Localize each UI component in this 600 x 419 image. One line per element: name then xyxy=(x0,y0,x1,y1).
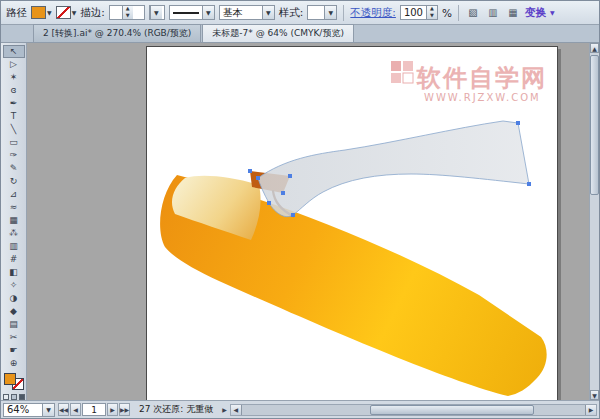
opacity-input[interactable]: 100 ▲▼ xyxy=(400,5,438,20)
chevron-down-icon: ▼ xyxy=(150,6,162,19)
rectangle-tool[interactable]: ▭ xyxy=(3,136,25,149)
tab-document-2[interactable]: 未标题-7* @ 64% (CMYK/预览) xyxy=(202,24,354,42)
illustrator-window: 路径 ▼ ▼ 描边: ▲▼ ▼ ▼ 基本 ▼ 样式: ▼ xyxy=(0,0,600,419)
blend-tool[interactable]: ◑ xyxy=(3,292,25,305)
paintbrush-tool[interactable]: ✑ xyxy=(3,149,25,162)
line-segment-tool[interactable]: ╲ xyxy=(3,123,25,136)
chevron-down-icon: ▼ xyxy=(72,9,77,16)
fill-color-swatch[interactable]: ▼ xyxy=(31,6,52,19)
live-paint-selection-tool[interactable]: ▤ xyxy=(3,318,25,331)
artwork-svg: 软件自学网 WWW.RJZXW.COM xyxy=(147,47,559,400)
free-transform-tool[interactable]: ▦ xyxy=(3,214,25,227)
last-page-button[interactable]: ▶▶ xyxy=(119,403,130,416)
watermark-logo-tile xyxy=(403,61,413,71)
artboard-navigation: ◀◀ ◀ 1 ▶ ▶▶ xyxy=(58,403,130,416)
horizontal-scroll-thumb[interactable] xyxy=(370,405,534,415)
fill-stroke-indicator xyxy=(4,373,24,390)
chevron-down-icon: ▼ xyxy=(202,6,214,19)
pen-tool[interactable]: ✒ xyxy=(3,97,25,110)
recolor-artwork-icon[interactable]: ▧ xyxy=(465,5,481,21)
separator xyxy=(343,5,344,21)
selection-type-label: 路径 xyxy=(6,6,27,20)
rotate-tool[interactable]: ↻ xyxy=(3,175,25,188)
watermark-logo-tile xyxy=(403,73,413,83)
fill-color-indicator[interactable] xyxy=(4,373,16,385)
first-page-button[interactable]: ◀◀ xyxy=(58,403,69,416)
stroke-weight-label: 描边: xyxy=(80,6,105,20)
watermark: 软件自学网 WWW.RJZXW.COM xyxy=(391,61,547,103)
chevron-down-icon: ▼ xyxy=(550,9,555,16)
scroll-right-arrow-icon[interactable]: ▶ xyxy=(585,405,596,415)
stroke-options-dropdown[interactable]: ▼ xyxy=(149,5,165,20)
mesh-tool[interactable]: # xyxy=(3,253,25,266)
watermark-url: WWW.RJZXW.COM xyxy=(424,92,541,103)
document-grid-icon[interactable]: ▦ xyxy=(505,5,521,21)
watermark-title: 软件自学网 xyxy=(416,64,547,92)
transform-link[interactable]: 变换 xyxy=(525,6,546,20)
document-tab-bar: 2 [转换].ai* @ 270.4% (RGB/预览) 未标题-7* @ 64… xyxy=(1,25,599,43)
lasso-tool[interactable]: ɞ xyxy=(3,84,25,97)
status-menu-arrow-icon[interactable]: ▶ xyxy=(222,406,227,413)
tools-panel: ↖ ▷ ✶ ɞ ✒ T ╲ ▭ ✑ ✎ ↻ ⊿ ≈ ▦ ⁂ ▥ # ◧ ✧ ◑ … xyxy=(1,43,27,400)
scroll-down-arrow-icon[interactable]: ▼ xyxy=(590,390,599,400)
magic-wand-tool[interactable]: ✶ xyxy=(3,71,25,84)
chevron-down-icon: ▼ xyxy=(47,9,52,16)
stroke-weight-input[interactable]: ▲▼ xyxy=(109,5,145,20)
stroke-color-swatch[interactable]: ▼ xyxy=(56,6,77,19)
vertical-scrollbar[interactable]: ▲ ▼ xyxy=(589,43,599,400)
stroke-none-icon xyxy=(56,6,71,19)
live-paint-bucket-tool[interactable]: ◆ xyxy=(3,305,25,318)
zoom-level-value: 64% xyxy=(4,404,32,415)
chevron-down-icon: ▼ xyxy=(42,404,54,416)
type-tool[interactable]: T xyxy=(3,110,25,123)
page-number-input[interactable]: 1 xyxy=(82,403,106,416)
status-text: 27 次还原: 无重做 xyxy=(133,403,219,416)
hand-tool[interactable]: ☛ xyxy=(3,344,25,357)
percent-label: % xyxy=(442,7,452,19)
opacity-link[interactable]: 不透明度: xyxy=(350,6,396,20)
style-label: 样式: xyxy=(279,6,304,20)
scissors-tool[interactable]: ✂ xyxy=(3,331,25,344)
tab-document-1[interactable]: 2 [转换].ai* @ 270.4% (RGB/预览) xyxy=(33,24,201,42)
graph-tool[interactable]: ▥ xyxy=(3,240,25,253)
eyedropper-tool[interactable]: ✧ xyxy=(3,279,25,292)
width-profile-dropdown[interactable]: ▼ xyxy=(169,5,215,20)
artboard[interactable]: 软件自学网 WWW.RJZXW.COM xyxy=(146,46,558,400)
control-bar: 路径 ▼ ▼ 描边: ▲▼ ▼ ▼ 基本 ▼ 样式: ▼ xyxy=(1,1,599,25)
stroke-profile-icon xyxy=(173,12,199,14)
fill-color-icon xyxy=(31,6,46,19)
canvas-area[interactable]: 软件自学网 WWW.RJZXW.COM ▲ ▼ xyxy=(27,43,599,400)
direct-selection-tool[interactable]: ▷ xyxy=(3,58,25,71)
scroll-up-arrow-icon[interactable]: ▲ xyxy=(590,43,599,53)
opacity-value: 100 xyxy=(401,7,426,18)
separator xyxy=(458,5,459,21)
main-area: ↖ ▷ ✶ ɞ ✒ T ╲ ▭ ✑ ✎ ↻ ⊿ ≈ ▦ ⁂ ▥ # ◧ ✧ ◑ … xyxy=(1,43,599,400)
flag-shape[interactable] xyxy=(258,121,529,217)
pencil-tool[interactable]: ✎ xyxy=(3,162,25,175)
align-objects-icon[interactable]: ▥ xyxy=(485,5,501,21)
selection-tool[interactable]: ↖ xyxy=(3,45,25,58)
brush-definition-dropdown[interactable]: 基本 ▼ xyxy=(219,5,275,20)
warp-tool[interactable]: ≈ xyxy=(3,201,25,214)
previous-page-button[interactable]: ◀ xyxy=(70,403,81,416)
brush-definition-value: 基本 xyxy=(220,6,246,20)
chevron-down-icon: ▼ xyxy=(262,6,274,19)
vertical-scroll-thumb[interactable] xyxy=(590,55,599,195)
zoom-tool[interactable]: ⊕ xyxy=(3,357,25,370)
chevron-down-icon: ▼ xyxy=(324,6,336,19)
spinner-icon[interactable]: ▲▼ xyxy=(426,6,437,19)
spinner-icon[interactable]: ▲▼ xyxy=(122,6,133,19)
watermark-logo-tile xyxy=(391,61,401,71)
status-bar: 64% ▼ ◀◀ ◀ 1 ▶ ▶▶ 27 次还原: 无重做 ▶ ◀ ▶ xyxy=(1,400,599,418)
scroll-left-arrow-icon[interactable]: ◀ xyxy=(231,405,242,415)
horizontal-scrollbar[interactable]: ◀ ▶ xyxy=(230,404,597,416)
style-dropdown[interactable]: ▼ xyxy=(307,5,337,20)
scale-tool[interactable]: ⊿ xyxy=(3,188,25,201)
watermark-logo-tile xyxy=(391,73,401,83)
symbol-sprayer-tool[interactable]: ⁂ xyxy=(3,227,25,240)
gradient-tool[interactable]: ◧ xyxy=(3,266,25,279)
next-page-button[interactable]: ▶ xyxy=(107,403,118,416)
zoom-level-select[interactable]: 64% ▼ xyxy=(3,403,55,417)
